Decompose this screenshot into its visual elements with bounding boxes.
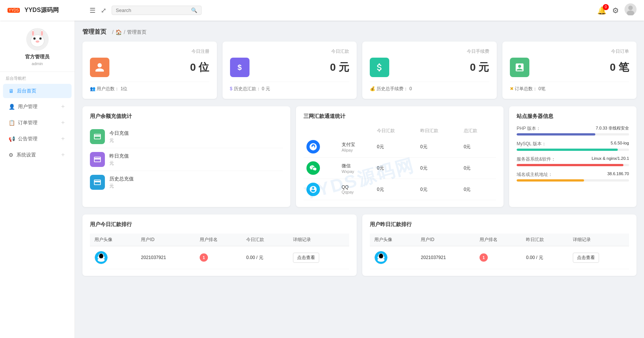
server-mysql-label: MySQL 版本：: [517, 141, 546, 147]
payment-title: 三网汇款通道统计: [303, 113, 496, 120]
stat-label-register: 今日注册: [90, 48, 209, 55]
payment-col-total: 总汇款: [461, 125, 496, 136]
today-ranking-title: 用户今日汇款排行: [90, 221, 349, 228]
alipay-name-cell: 支付宝 Alipay: [339, 136, 374, 158]
middle-row: 用户余额充值统计 今日充值 元: [82, 106, 637, 207]
recharge-item-history: 历史总充值 元: [90, 171, 283, 194]
stat-footer-val-payment: 0 元: [262, 86, 270, 91]
today-row-rank: 1: [195, 246, 242, 269]
breadcrumb-current: 管理首页: [127, 29, 146, 36]
recharge-today-val: 元: [109, 137, 129, 144]
yesterday-row-rank: 1: [475, 246, 521, 269]
svg-point-23: [383, 256, 385, 259]
expand-orders-icon[interactable]: ＋: [60, 119, 66, 127]
logo-text: YYDS源码网: [24, 6, 59, 14]
qq-yesterday: 0元: [417, 179, 461, 200]
stat-footer-key-register: 用户总数：: [97, 86, 119, 91]
stat-label-fee: 今日手续费: [370, 48, 489, 55]
recharge-card: 用户余额充值统计 今日充值 元: [82, 106, 290, 207]
expand-button[interactable]: ⤢: [99, 5, 108, 16]
recharge-yesterday-val: 元: [109, 160, 129, 167]
search-input[interactable]: [116, 7, 191, 13]
user-avatar: [94, 251, 108, 264]
breadcrumb-home-icon[interactable]: 🏠: [115, 29, 122, 35]
wechat-sub: Wxpay: [342, 169, 371, 174]
table-row: 支付宝 Alipay 0元 0元 0元: [303, 136, 496, 158]
sidebar-item-dashboard[interactable]: 🖥 后台首页: [3, 84, 72, 98]
stat-label-orders: 今日订单: [510, 48, 629, 55]
server-item-os: 服务器系统&软件： Linux & nginx/1.20.1: [517, 156, 629, 166]
svg-point-1: [628, 6, 633, 10]
server-card: 站点服务器信息 PHP 版本： 7.0.33 非线程安全 MySQL 版本： 5…: [509, 106, 637, 207]
alipay-total: 0元: [461, 136, 496, 158]
view-today-detail-button[interactable]: 点击查看: [293, 253, 319, 263]
sidebar-item-label: 系统设置: [16, 152, 60, 158]
sidebar-item-orders[interactable]: 📋 订单管理 ＋: [3, 115, 72, 130]
rank-badge: 1: [480, 253, 488, 262]
gear-icon[interactable]: ⚙: [612, 6, 619, 15]
stat-value-payment: 0 元: [330, 60, 349, 74]
sidebar-item-label: 后台首页: [17, 88, 66, 94]
orders-icon: 📋: [9, 120, 15, 126]
recharge-today-name: 今日充值: [109, 130, 129, 137]
qq-total: 0元: [461, 179, 496, 200]
dashboard-icon: 🖥: [9, 88, 14, 94]
sidebar: 官方管理员 admin 后台导航栏 🖥 后台首页 👤 用户管理 ＋ 📋 订单管理…: [0, 21, 75, 283]
qq-icon-cell: [303, 179, 339, 200]
wechat-yesterday: 0元: [417, 158, 461, 179]
sidebar-nav-title: 后台导航栏: [0, 72, 75, 83]
recharge-yesterday-icon: [90, 152, 105, 167]
notification-icon[interactable]: 🔔 0: [597, 6, 607, 15]
payment-col-today: 今日汇款: [374, 125, 417, 136]
server-php-val: 7.0.33 非线程安全: [596, 125, 629, 132]
yesterday-row-detail: 点击查看: [568, 246, 629, 269]
server-os-label: 服务器系统&软件：: [517, 156, 556, 162]
menu-toggle-button[interactable]: ☰: [88, 5, 97, 16]
sidebar-item-settings[interactable]: ⚙ 系统设置 ＋: [3, 147, 72, 162]
expand-users-icon[interactable]: ＋: [60, 103, 66, 110]
server-os-bar: [517, 164, 629, 166]
stat-card-fee: 今日手续费 0 元 💰 历史总手续费： 0: [362, 42, 497, 99]
expand-settings-icon[interactable]: ＋: [60, 151, 66, 159]
stat-footer-key-payment: 历史总汇款：: [234, 86, 261, 91]
main-content: 管理首页 / 🏠 / 管理首页 今日注册 0 位 👥 用户总数： 1位: [75, 21, 644, 283]
stat-footer-icon-register: 👥: [90, 86, 97, 91]
table-row: 2021037921 1 0.00 / 元 点击查看: [370, 246, 629, 269]
server-php-label: PHP 版本：: [517, 125, 541, 132]
stat-body-fee: 0 元: [370, 58, 489, 77]
stat-body-register: 0 位: [90, 58, 209, 77]
today-row-detail: 点击查看: [288, 246, 349, 269]
stat-label-payment: 今日汇款: [230, 48, 350, 55]
svg-point-20: [379, 254, 383, 259]
expand-announcements-icon[interactable]: ＋: [60, 135, 66, 143]
table-row: 2021037921 1 0.00 / 元 点击查看: [90, 246, 349, 269]
stat-body-payment: $ 0 元: [230, 58, 350, 77]
table-row: 微信 Wxpay 0元 0元 0元: [303, 158, 496, 179]
view-yesterday-detail-button[interactable]: 点击查看: [573, 253, 599, 263]
svg-point-10: [32, 31, 34, 36]
wechat-today: 0元: [374, 158, 417, 179]
stats-row: 今日注册 0 位 👥 用户总数： 1位 今日汇款 $: [82, 42, 637, 99]
stat-footer-payment: $ 历史总汇款： 0 元: [230, 82, 350, 92]
svg-point-21: [378, 258, 385, 262]
stat-footer-icon-orders: ✖: [510, 86, 515, 91]
search-button[interactable]: 🔍: [191, 7, 197, 13]
users-icon: 👤: [9, 104, 15, 110]
svg-point-6: [39, 37, 42, 40]
header-right: 🔔 0 ⚙: [597, 3, 637, 17]
sidebar-username: 官方管理员: [4, 54, 71, 60]
sidebar-item-announcements[interactable]: 📢 公告管理 ＋: [3, 131, 72, 146]
sidebar-item-label: 用户管理: [18, 103, 60, 110]
today-col-rank: 用户排名: [195, 234, 242, 246]
stat-icon-register: [90, 58, 109, 77]
server-domain-val: 38.6.186.70: [607, 171, 629, 178]
svg-point-5: [33, 37, 36, 40]
server-mysql-fill: [517, 149, 618, 151]
sidebar-item-users[interactable]: 👤 用户管理 ＋: [3, 99, 72, 114]
wechat-icon-cell: [303, 158, 339, 179]
svg-point-22: [378, 256, 379, 259]
settings-icon: ⚙: [9, 152, 13, 158]
server-item-mysql: MySQL 版本： 5.6.50-log: [517, 141, 629, 151]
user-avatar-icon[interactable]: [625, 3, 637, 17]
stat-footer-val-register: 1位: [121, 86, 128, 91]
